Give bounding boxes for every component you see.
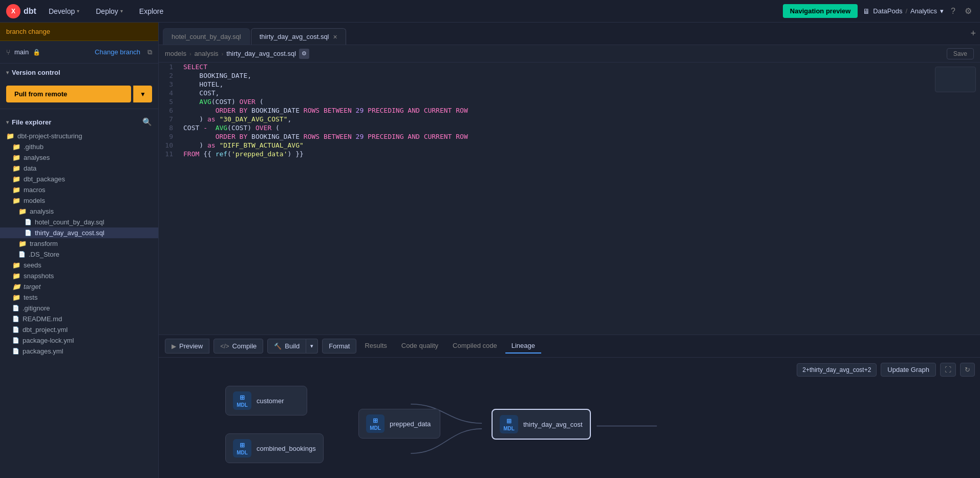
add-tab-button[interactable]: + — [970, 28, 976, 39]
tab-close-button[interactable]: × — [333, 33, 337, 40]
tab-compiled-code[interactable]: Compiled code — [446, 339, 503, 354]
format-button[interactable]: Format — [322, 339, 356, 354]
tree-item-tests[interactable]: 📁 tests — [0, 292, 158, 303]
build-dropdown-button[interactable]: ▾ — [306, 339, 318, 354]
tree-item-snapshots[interactable]: 📁 snapshots — [0, 271, 158, 281]
preview-button[interactable]: ▶ Preview — [165, 339, 209, 354]
editor-tabs: hotel_count_by_day.sql thirty_day_avg_co… — [159, 23, 980, 45]
code-editor[interactable]: 1 SELECT 2 BOOKING_DATE, 3 HOTEL, 4 CO — [159, 63, 980, 335]
line-code[interactable]: ORDER BY BOOKING_DATE ROWS BETWEEN 29 PR… — [179, 132, 980, 141]
dbt-logo-icon[interactable]: X — [6, 4, 20, 18]
tree-item-package-lock[interactable]: 📄 package-lock.yml — [0, 335, 158, 346]
node-label-prepped: prepped_data — [390, 420, 431, 428]
code-line-1: 1 SELECT — [159, 63, 980, 71]
tree-item-seeds[interactable]: 📁 seeds — [0, 260, 158, 271]
fe-chevron: ▾ — [6, 119, 9, 125]
nav-develop[interactable]: Develop ▾ — [45, 5, 83, 17]
node-badge-prepped: ⊞ MDL — [366, 414, 385, 433]
lineage-refresh-button[interactable]: ↻ — [960, 363, 975, 377]
line-code[interactable]: ) as "DIFF_BTW_ACTUAL_AVG" — [179, 141, 980, 150]
line-code[interactable]: SELECT — [179, 63, 980, 71]
navigation-preview-button[interactable]: Navigation preview — [783, 4, 858, 18]
line-code[interactable]: FROM {{ ref('prepped_data') }} — [179, 150, 980, 158]
line-code[interactable]: ORDER BY BOOKING_DATE ROWS BETWEEN 29 PR… — [179, 106, 980, 115]
tree-item-gitignore[interactable]: 📄 .gitignore — [0, 303, 158, 314]
version-control-header[interactable]: ▾ Version control — [0, 64, 158, 81]
node-label-customer: customer — [257, 397, 284, 405]
line-code[interactable]: COST, — [179, 89, 980, 97]
help-icon-button[interactable]: ? — [949, 5, 957, 18]
save-button[interactable]: Save — [947, 48, 974, 59]
tab-lineage[interactable]: Lineage — [505, 339, 541, 354]
tree-item-github[interactable]: 📁 .github — [0, 141, 158, 152]
breadcrumb-analytics[interactable]: Analytics — [910, 7, 937, 15]
node-customer[interactable]: ⊞ MDL customer — [225, 386, 307, 415]
file-icon: 📄 — [12, 326, 19, 333]
develop-label: Develop — [49, 7, 75, 15]
lock-icon: 🔒 — [33, 49, 40, 56]
line-number: 3 — [159, 80, 179, 89]
node-badge-label: MDL — [237, 450, 248, 455]
tree-item-models[interactable]: 📁 models — [0, 195, 158, 206]
change-branch-button[interactable]: Change branch — [95, 48, 140, 56]
file-search-button[interactable]: 🔍 — [142, 117, 152, 127]
folder-icon: 📁 — [18, 240, 27, 247]
tab-thirty-day-avg[interactable]: thirty_day_avg_cost.sql × — [251, 28, 346, 45]
folder-icon: 📁 — [12, 294, 20, 301]
tree-item-transform[interactable]: 📁 transform — [0, 238, 158, 249]
tree-item-data[interactable]: 📁 data — [0, 163, 158, 174]
breadcrumb-analysis[interactable]: analysis — [195, 50, 219, 57]
node-prepped-data[interactable]: ⊞ MDL prepped_data — [358, 409, 440, 439]
node-combined-bookings[interactable]: ⊞ MDL combined_bookings — [225, 433, 324, 463]
line-code[interactable]: COST - AVG(COST) OVER ( — [179, 123, 980, 132]
node-thirty-day-avg-cost[interactable]: ⊞ MDL thirty_day_avg_cost — [492, 409, 591, 440]
lineage-expand-button[interactable]: ⛶ — [940, 363, 956, 377]
update-graph-button[interactable]: Update Graph — [881, 363, 936, 377]
tab-code-quality[interactable]: Code quality — [395, 339, 444, 354]
breadcrumb-models[interactable]: models — [165, 50, 186, 57]
tree-item-dbt-packages[interactable]: 📁 dbt_packages — [0, 174, 158, 184]
bottom-panel: ▶ Preview </> Compile 🔨 Build ▾ Format — [159, 335, 980, 478]
tab-results[interactable]: Results — [358, 339, 393, 354]
file-icon: 📄 — [12, 337, 19, 344]
line-code[interactable]: BOOKING_DATE, — [179, 71, 980, 80]
nav-explore[interactable]: Explore — [135, 5, 167, 17]
code-line-5: 5 AVG(COST) OVER ( — [159, 97, 980, 106]
tree-item-dbt-project-structuring[interactable]: 📁 dbt-project-structuring — [0, 131, 158, 141]
settings-icon-button[interactable]: ⚙ — [963, 4, 974, 18]
tree-item-hotel-count[interactable]: 📄 hotel_count_by_day.sql — [0, 217, 158, 227]
copy-icon[interactable]: ⧉ — [147, 48, 152, 56]
tree-item-analyses[interactable]: 📁 analyses — [0, 152, 158, 163]
tree-item-target[interactable]: 📁 target — [0, 281, 158, 292]
line-code[interactable]: HOTEL, — [179, 80, 980, 89]
tree-item-packages-yml[interactable]: 📄 packages.yml — [0, 346, 158, 357]
preview-icon: ▶ — [172, 343, 176, 350]
folder-icon: 📁 — [12, 175, 20, 183]
line-number: 9 — [159, 132, 179, 141]
tab-hotel-count[interactable]: hotel_count_by_day.sql — [163, 28, 250, 45]
tree-item-thirty-day-avg[interactable]: 📄 thirty_day_avg_cost.sql — [0, 227, 158, 238]
folder-icon: 📁 — [12, 164, 20, 172]
tree-item-analysis[interactable]: 📁 analysis — [0, 206, 158, 217]
branch-icon: ⑂ — [6, 48, 10, 56]
pull-dropdown-button[interactable]: ▼ — [133, 86, 152, 102]
deploy-label: Deploy — [96, 7, 118, 15]
nav-deploy[interactable]: Deploy ▾ — [92, 5, 127, 17]
lineage-area: 2+thirty_day_avg_cost+2 Update Graph ⛶ ↻ — [159, 358, 980, 478]
compile-button[interactable]: </> Compile — [214, 339, 263, 354]
editor-breadcrumb: models › analysis › thirty_day_avg_cost.… — [159, 45, 980, 63]
tree-item-dbt-project-yml[interactable]: 📄 dbt_project.yml — [0, 324, 158, 335]
breadcrumb-current-file: thirty_day_avg_cost.sql — [226, 50, 296, 57]
pull-from-remote-button[interactable]: Pull from remote — [6, 86, 131, 102]
tree-item-ds-store[interactable]: 📄 .DS_Store — [0, 249, 158, 260]
line-code[interactable]: ) as "30_DAY_AVG_COST", — [179, 115, 980, 123]
file-icon: 📄 — [12, 348, 19, 355]
tree-item-readme[interactable]: 📄 README.md — [0, 314, 158, 324]
tree-item-macros[interactable]: 📁 macros — [0, 184, 158, 195]
file-options-icon[interactable]: ⚙ — [299, 49, 309, 59]
breadcrumb-separator: / — [905, 7, 907, 15]
vc-chevron: ▾ — [6, 70, 9, 75]
line-code[interactable]: AVG(COST) OVER ( — [179, 97, 980, 106]
build-button[interactable]: 🔨 Build — [267, 339, 306, 354]
line-number: 1 — [159, 63, 179, 71]
